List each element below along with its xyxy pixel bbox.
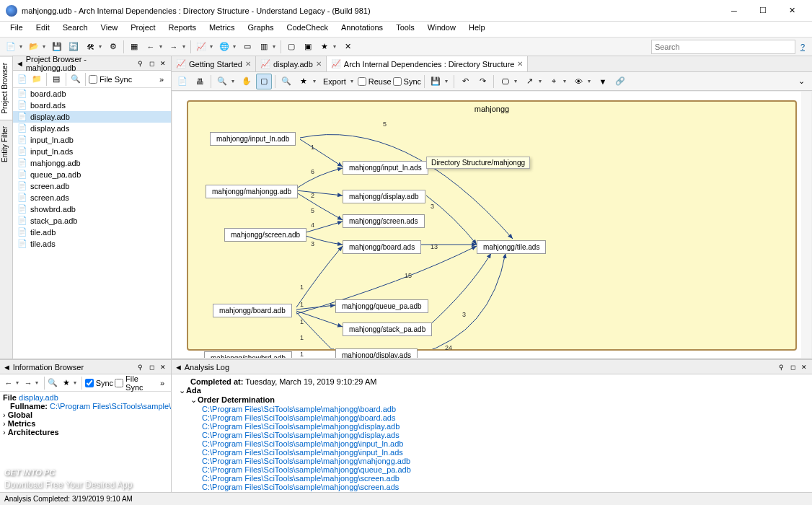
- tab-entity-filter[interactable]: Entity Filter: [0, 120, 12, 168]
- file-item[interactable]: 📄board.ads: [13, 100, 171, 111]
- lang-node[interactable]: Ada: [186, 386, 201, 395]
- analysis-path[interactable]: C:\Program Files\SciTools\sample\mahjong…: [202, 405, 805, 413]
- pin-icon[interactable]: ⚲: [135, 362, 145, 372]
- graph-node[interactable]: mahjongg/display.ads: [335, 348, 418, 359]
- menu-project[interactable]: Project: [125, 22, 161, 37]
- file-item[interactable]: 📄queue_pa.adb: [13, 169, 171, 180]
- tool1-icon[interactable]: ▢: [283, 39, 299, 55]
- menu-codecheck[interactable]: CodeCheck: [281, 22, 334, 37]
- file-item[interactable]: 📄board.adb: [13, 88, 171, 100]
- tab-close-icon[interactable]: ✕: [517, 60, 523, 68]
- analysis-path[interactable]: C:\Program Files\SciTools\sample\mahjong…: [202, 413, 805, 422]
- file-sync-checkbox[interactable]: File Sync: [115, 374, 154, 392]
- file-item[interactable]: 📄mahjongg.adb: [13, 157, 171, 169]
- graph-node[interactable]: mahjongg/board.adb: [213, 304, 292, 317]
- analysis-path[interactable]: C:\Program Files\SciTools\sample\mahjong…: [202, 431, 805, 439]
- popout-icon[interactable]: ◻: [146, 362, 156, 372]
- sync-checkbox[interactable]: Sync: [85, 379, 113, 387]
- graph-area[interactable]: mahjongg: [172, 91, 812, 359]
- fwd-icon[interactable]: →: [22, 377, 34, 390]
- back-icon[interactable]: ←: [143, 39, 159, 55]
- tab-project-browser[interactable]: Project Browser: [0, 56, 12, 120]
- close-all-icon[interactable]: ✕: [340, 39, 356, 55]
- popout-icon[interactable]: ◻: [787, 362, 798, 372]
- layout-icon[interactable]: ▥: [256, 39, 272, 55]
- panel-close-icon[interactable]: ✕: [799, 362, 809, 372]
- tab-close-icon[interactable]: ✕: [316, 60, 322, 68]
- star2-icon[interactable]: ★: [296, 74, 312, 89]
- screen-icon[interactable]: 🖵: [497, 74, 513, 89]
- arrow-icon[interactable]: ↗: [521, 74, 537, 89]
- editor-tab[interactable]: 📈display.adb✕: [256, 56, 327, 71]
- search-input[interactable]: [651, 40, 795, 54]
- menu-metrics[interactable]: Metrics: [203, 22, 240, 37]
- hand-icon[interactable]: ✋: [239, 74, 255, 89]
- forward-icon[interactable]: →: [166, 39, 182, 55]
- file-item[interactable]: 📄input_ln.ads: [13, 146, 171, 157]
- pin-icon[interactable]: ⚲: [776, 362, 786, 372]
- analyze-icon[interactable]: 🛠: [82, 39, 98, 55]
- panel-close-icon[interactable]: ✕: [158, 58, 168, 69]
- target-icon[interactable]: ⌖: [546, 74, 562, 89]
- star-icon[interactable]: ★: [60, 377, 71, 390]
- file-item[interactable]: 📄display.adb: [13, 111, 171, 123]
- graph-node[interactable]: mahjongg/screen.ads: [343, 214, 425, 228]
- reuse-checkbox[interactable]: Reuse: [358, 77, 392, 86]
- info-metrics[interactable]: Metrics: [8, 419, 36, 428]
- menu-tools[interactable]: Tools: [390, 22, 420, 37]
- file-item[interactable]: 📄screen.ads: [13, 192, 171, 203]
- back-icon[interactable]: ←: [3, 377, 14, 390]
- chevron-icon[interactable]: ◄: [175, 363, 182, 372]
- zoom-icon[interactable]: 🔍: [214, 74, 230, 89]
- config-icon[interactable]: ⚙: [105, 39, 121, 55]
- menu-search[interactable]: Search: [57, 22, 94, 37]
- grid-icon[interactable]: ▦: [126, 39, 142, 55]
- file-item[interactable]: 📄input_ln.adb: [13, 134, 171, 146]
- analysis-path[interactable]: C:\Program Files\SciTools\sample\mahjong…: [202, 422, 805, 431]
- file-sync-checkbox[interactable]: File Sync: [89, 75, 132, 84]
- funnel-icon[interactable]: ▼: [595, 74, 611, 89]
- more-icon[interactable]: ⌄: [793, 74, 809, 89]
- export-button[interactable]: Export: [323, 77, 346, 86]
- star-icon[interactable]: ★: [317, 39, 332, 55]
- file-link[interactable]: display.adb: [19, 393, 58, 402]
- file-item[interactable]: 📄tile.adb: [13, 227, 171, 238]
- search-icon[interactable]: 🔍: [47, 377, 58, 390]
- analysis-path[interactable]: C:\Program Files\SciTools\sample\mahjong…: [202, 457, 805, 465]
- analysis-path[interactable]: C:\Program Files\SciTools\sample\mahjong…: [202, 448, 805, 457]
- add-folder-icon[interactable]: 📁: [30, 73, 43, 86]
- info-architectures[interactable]: Architectures: [8, 428, 59, 436]
- menu-graphs[interactable]: Graphs: [242, 22, 279, 37]
- new-icon[interactable]: 📄: [3, 39, 19, 55]
- pin-icon[interactable]: ⚲: [135, 58, 145, 69]
- close-button[interactable]: ✕: [777, 1, 806, 20]
- file-item[interactable]: 📄screen.adb: [13, 180, 171, 192]
- graph-node[interactable]: mahjongg/display.adb: [343, 190, 425, 203]
- menu-window[interactable]: Window: [422, 22, 462, 37]
- filter-icon[interactable]: ▤: [50, 73, 63, 86]
- graph-icon[interactable]: 📈: [193, 39, 209, 55]
- analysis-path[interactable]: C:\Program Files\SciTools\sample\mahjong…: [202, 474, 805, 483]
- graph-node[interactable]: mahjongg/screen.adb: [224, 228, 306, 242]
- analysis-path[interactable]: C:\Program Files\SciTools\sample\mahjong…: [202, 483, 805, 491]
- analysis-path[interactable]: C:\Program Files\SciTools\sample\mahjong…: [202, 439, 805, 448]
- graph-node[interactable]: mahjongg/stack_pa.adb: [343, 322, 432, 336]
- graph-node[interactable]: mahjongg/showbrd.adb: [204, 351, 292, 359]
- open-icon[interactable]: 📂: [26, 39, 42, 55]
- chevron-icon[interactable]: ◄: [3, 363, 11, 372]
- file-item[interactable]: 📄tile.ads: [13, 238, 171, 250]
- tab-close-icon[interactable]: ✕: [245, 60, 251, 68]
- chain-icon[interactable]: 🔗: [612, 74, 628, 89]
- info-global[interactable]: Global: [8, 410, 32, 419]
- menu-edit[interactable]: Edit: [30, 22, 56, 37]
- graph-node[interactable]: mahjongg/input_ln.adb: [210, 132, 296, 146]
- maximize-button[interactable]: ☐: [749, 1, 777, 20]
- graph-node[interactable]: mahjongg/tile.ads: [477, 240, 546, 254]
- expand-icon[interactable]: »: [155, 73, 168, 86]
- search2-icon[interactable]: 🔍: [69, 73, 82, 86]
- section-node[interactable]: Order Determination: [198, 395, 275, 404]
- file-item[interactable]: 📄showbrd.adb: [13, 203, 171, 215]
- doc-icon[interactable]: 📄: [175, 74, 190, 89]
- fullname-link[interactable]: C:\Program Files\SciTools\sample\mahjong…: [50, 402, 171, 410]
- add-file-icon[interactable]: 📄: [16, 73, 29, 86]
